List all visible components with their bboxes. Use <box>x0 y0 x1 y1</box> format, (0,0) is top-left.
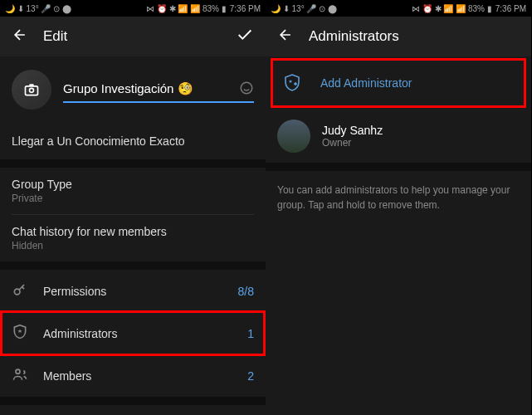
edit-group-screen: 🌙 ⬇ 13° 🎤 ⊙ ⬤ ⋈ ⏰ ✱ 📶 📶 83% ▮ 7:36 PM Ed… <box>0 0 266 415</box>
svg-point-3 <box>14 289 20 295</box>
permissions-item[interactable]: Permissions 8/8 <box>0 270 266 312</box>
status-right-icons: ⋈ ⏰ ✱ 📶 📶 83% ▮ <box>412 4 492 13</box>
confirm-icon[interactable] <box>236 26 254 48</box>
svg-point-1 <box>30 88 34 92</box>
group-description[interactable]: Llegar a Un Conocimiento Exacto <box>0 123 266 159</box>
emoji-icon[interactable] <box>239 81 254 99</box>
svg-point-4 <box>16 369 20 374</box>
helper-text: You can add administrators to help you m… <box>266 171 531 224</box>
add-administrator-label: Add Administrator <box>320 76 412 90</box>
group-type-setting[interactable]: Group Type Private <box>0 168 266 214</box>
members-count: 2 <box>247 369 254 383</box>
group-type-value: Private <box>12 193 254 204</box>
status-right-icons: ⋈ ⏰ ✱ 📶 📶 83% ▮ <box>146 4 227 13</box>
administrators-screen: 🌙 ⬇ 13° 🎤 ⊙ ⬤ ⋈ ⏰ ✱ 📶 📶 83% ▮ 7:36 PM Ad… <box>266 0 531 415</box>
divider <box>266 163 531 171</box>
chat-history-value: Hidden <box>12 240 254 251</box>
status-bar: 🌙 ⬇ 13° 🎤 ⊙ ⬤ ⋈ ⏰ ✱ 📶 📶 83% ▮ 7:36 PM <box>0 0 266 17</box>
people-icon <box>12 366 28 385</box>
administrators-label: Administrators <box>43 327 232 340</box>
user-role: Owner <box>322 137 383 149</box>
members-label: Members <box>43 369 232 383</box>
back-icon[interactable] <box>12 27 28 46</box>
header: Edit <box>0 17 266 56</box>
status-bar: 🌙 ⬇ 13° 🎤 ⊙ ⬤ ⋈ ⏰ ✱ 📶 📶 83% ▮ 7:36 PM <box>266 0 531 17</box>
status-left-icons: 🌙 ⬇ 13° 🎤 ⊙ ⬤ <box>5 4 71 13</box>
svg-point-2 <box>241 82 252 94</box>
chat-history-label: Chat history for new members <box>12 225 254 238</box>
status-time: 7:36 PM <box>495 4 526 13</box>
avatar <box>277 120 310 153</box>
group-photo-button[interactable] <box>12 70 51 110</box>
administrators-count: 1 <box>247 327 254 340</box>
divider <box>0 397 266 405</box>
page-title: Administrators <box>309 28 520 45</box>
group-type-label: Group Type <box>12 178 254 191</box>
shield-plus-icon <box>277 68 307 98</box>
header: Administrators <box>266 17 531 56</box>
members-item[interactable]: Members 2 <box>0 354 266 397</box>
permissions-label: Permissions <box>43 285 223 298</box>
group-name-row <box>0 56 266 123</box>
status-time: 7:36 PM <box>230 4 261 13</box>
permissions-count: 8/8 <box>238 285 254 298</box>
back-icon[interactable] <box>277 27 294 46</box>
administrators-item[interactable]: Administrators 1 <box>0 312 266 354</box>
divider <box>0 159 266 168</box>
shield-star-icon <box>12 324 28 343</box>
status-left-icons: 🌙 ⬇ 13° 🎤 ⊙ ⬤ <box>271 4 337 13</box>
svg-rect-0 <box>26 86 38 95</box>
user-name: Judy Sanhz <box>322 124 383 137</box>
administrator-list-item[interactable]: Judy Sanhz Owner <box>266 110 531 163</box>
page-title: Edit <box>43 28 221 45</box>
add-administrator-button[interactable]: Add Administrator <box>266 56 531 110</box>
chat-history-setting[interactable]: Chat history for new members Hidden <box>0 215 266 261</box>
group-name-input[interactable] <box>63 77 254 103</box>
key-icon <box>12 281 28 300</box>
delete-leave-button[interactable]: Delete and Leave Group <box>0 405 266 415</box>
divider <box>0 261 266 270</box>
